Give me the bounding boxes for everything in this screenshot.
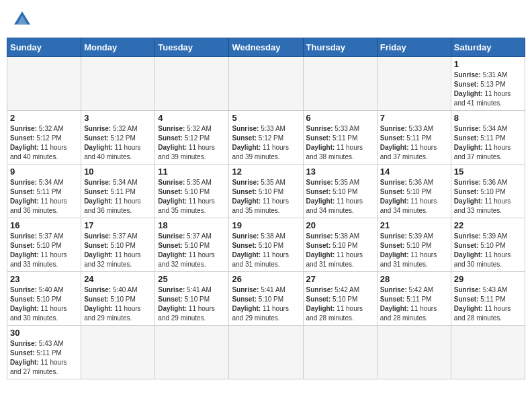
weekday-header-thursday: Thursday bbox=[303, 38, 377, 57]
day-info: Sunrise: 5:37 AMSunset: 5:10 PMDaylight:… bbox=[158, 232, 226, 269]
day-number: 10 bbox=[84, 167, 152, 177]
calendar-week-row: 9Sunrise: 5:34 AMSunset: 5:11 PMDaylight… bbox=[7, 165, 525, 218]
calendar-cell: 25Sunrise: 5:41 AMSunset: 5:10 PMDayligh… bbox=[155, 272, 229, 326]
day-number: 7 bbox=[380, 113, 448, 123]
day-info: Sunrise: 5:33 AMSunset: 5:12 PMDaylight:… bbox=[232, 124, 300, 162]
calendar-cell bbox=[377, 57, 451, 111]
day-number: 21 bbox=[380, 220, 448, 230]
day-info: Sunrise: 5:39 AMSunset: 5:10 PMDaylight:… bbox=[454, 232, 522, 269]
calendar-cell: 28Sunrise: 5:42 AMSunset: 5:11 PMDayligh… bbox=[377, 272, 451, 326]
day-number: 23 bbox=[10, 274, 78, 284]
calendar-cell bbox=[81, 57, 155, 111]
day-info: Sunrise: 5:37 AMSunset: 5:10 PMDaylight:… bbox=[84, 232, 152, 269]
calendar-header-row: SundayMondayTuesdayWednesdayThursdayFrid… bbox=[7, 38, 525, 57]
calendar-cell: 29Sunrise: 5:43 AMSunset: 5:11 PMDayligh… bbox=[451, 272, 525, 326]
day-info: Sunrise: 5:41 AMSunset: 5:10 PMDaylight:… bbox=[232, 285, 300, 323]
calendar-cell: 3Sunrise: 5:32 AMSunset: 5:12 PMDaylight… bbox=[81, 111, 155, 165]
weekday-header-monday: Monday bbox=[81, 38, 155, 57]
day-info: Sunrise: 5:36 AMSunset: 5:10 PMDaylight:… bbox=[454, 178, 522, 216]
weekday-header-tuesday: Tuesday bbox=[155, 38, 229, 57]
day-number: 2 bbox=[10, 113, 78, 123]
calendar-cell: 19Sunrise: 5:38 AMSunset: 5:10 PMDayligh… bbox=[229, 218, 303, 272]
calendar-cell: 8Sunrise: 5:34 AMSunset: 5:11 PMDaylight… bbox=[451, 111, 525, 165]
calendar-cell: 24Sunrise: 5:40 AMSunset: 5:10 PMDayligh… bbox=[81, 272, 155, 326]
calendar-week-row: 23Sunrise: 5:40 AMSunset: 5:10 PMDayligh… bbox=[7, 272, 525, 326]
day-number: 16 bbox=[10, 220, 78, 230]
calendar-cell: 7Sunrise: 5:33 AMSunset: 5:11 PMDaylight… bbox=[377, 111, 451, 165]
weekday-header-sunday: Sunday bbox=[7, 38, 81, 57]
day-info: Sunrise: 5:37 AMSunset: 5:10 PMDaylight:… bbox=[10, 232, 78, 269]
day-info: Sunrise: 5:43 AMSunset: 5:11 PMDaylight:… bbox=[10, 339, 78, 377]
day-info: Sunrise: 5:42 AMSunset: 5:10 PMDaylight:… bbox=[306, 285, 374, 323]
day-number: 26 bbox=[232, 274, 300, 284]
day-info: Sunrise: 5:36 AMSunset: 5:10 PMDaylight:… bbox=[380, 178, 448, 216]
day-number: 22 bbox=[454, 220, 522, 230]
calendar-cell: 20Sunrise: 5:38 AMSunset: 5:10 PMDayligh… bbox=[303, 218, 377, 272]
calendar-cell: 17Sunrise: 5:37 AMSunset: 5:10 PMDayligh… bbox=[81, 218, 155, 272]
calendar-cell: 6Sunrise: 5:33 AMSunset: 5:11 PMDaylight… bbox=[303, 111, 377, 165]
calendar-cell: 16Sunrise: 5:37 AMSunset: 5:10 PMDayligh… bbox=[7, 218, 81, 272]
calendar-cell: 10Sunrise: 5:34 AMSunset: 5:11 PMDayligh… bbox=[81, 165, 155, 218]
day-info: Sunrise: 5:40 AMSunset: 5:10 PMDaylight:… bbox=[84, 285, 152, 323]
calendar-cell: 21Sunrise: 5:39 AMSunset: 5:10 PMDayligh… bbox=[377, 218, 451, 272]
calendar-cell: 9Sunrise: 5:34 AMSunset: 5:11 PMDaylight… bbox=[7, 165, 81, 218]
day-info: Sunrise: 5:34 AMSunset: 5:11 PMDaylight:… bbox=[10, 178, 78, 216]
calendar-cell: 13Sunrise: 5:35 AMSunset: 5:10 PMDayligh… bbox=[303, 165, 377, 218]
calendar-cell bbox=[451, 326, 525, 379]
calendar-cell bbox=[7, 57, 81, 111]
calendar-cell bbox=[303, 57, 377, 111]
calendar-cell: 26Sunrise: 5:41 AMSunset: 5:10 PMDayligh… bbox=[229, 272, 303, 326]
day-number: 25 bbox=[158, 274, 226, 284]
day-number: 28 bbox=[380, 274, 448, 284]
calendar-cell: 12Sunrise: 5:35 AMSunset: 5:10 PMDayligh… bbox=[229, 165, 303, 218]
day-info: Sunrise: 5:31 AMSunset: 5:13 PMDaylight:… bbox=[454, 71, 522, 108]
page-header bbox=[7, 7, 525, 32]
calendar-cell: 23Sunrise: 5:40 AMSunset: 5:10 PMDayligh… bbox=[7, 272, 81, 326]
calendar-cell: 30Sunrise: 5:43 AMSunset: 5:11 PMDayligh… bbox=[7, 326, 81, 379]
day-info: Sunrise: 5:41 AMSunset: 5:10 PMDaylight:… bbox=[158, 285, 226, 323]
calendar-week-row: 2Sunrise: 5:32 AMSunset: 5:12 PMDaylight… bbox=[7, 111, 525, 165]
day-number: 15 bbox=[454, 167, 522, 177]
day-number: 8 bbox=[454, 113, 522, 123]
day-info: Sunrise: 5:34 AMSunset: 5:11 PMDaylight:… bbox=[454, 124, 522, 162]
day-info: Sunrise: 5:42 AMSunset: 5:11 PMDaylight:… bbox=[380, 285, 448, 323]
day-number: 11 bbox=[158, 167, 226, 177]
logo bbox=[12, 9, 35, 30]
calendar-cell: 22Sunrise: 5:39 AMSunset: 5:10 PMDayligh… bbox=[451, 218, 525, 272]
logo-icon bbox=[12, 9, 32, 30]
day-info: Sunrise: 5:38 AMSunset: 5:10 PMDaylight:… bbox=[306, 232, 374, 269]
day-number: 13 bbox=[306, 167, 374, 177]
day-number: 30 bbox=[10, 328, 78, 338]
day-number: 18 bbox=[158, 220, 226, 230]
day-info: Sunrise: 5:32 AMSunset: 5:12 PMDaylight:… bbox=[158, 124, 226, 162]
day-info: Sunrise: 5:35 AMSunset: 5:10 PMDaylight:… bbox=[158, 178, 226, 216]
calendar-cell: 27Sunrise: 5:42 AMSunset: 5:10 PMDayligh… bbox=[303, 272, 377, 326]
day-number: 20 bbox=[306, 220, 374, 230]
calendar-cell bbox=[377, 326, 451, 379]
day-info: Sunrise: 5:32 AMSunset: 5:12 PMDaylight:… bbox=[10, 124, 78, 162]
day-number: 6 bbox=[306, 113, 374, 123]
day-info: Sunrise: 5:32 AMSunset: 5:12 PMDaylight:… bbox=[84, 124, 152, 162]
day-number: 4 bbox=[158, 113, 226, 123]
calendar-week-row: 16Sunrise: 5:37 AMSunset: 5:10 PMDayligh… bbox=[7, 218, 525, 272]
day-info: Sunrise: 5:39 AMSunset: 5:10 PMDaylight:… bbox=[380, 232, 448, 269]
calendar-cell bbox=[303, 326, 377, 379]
day-info: Sunrise: 5:35 AMSunset: 5:10 PMDaylight:… bbox=[232, 178, 300, 216]
day-info: Sunrise: 5:33 AMSunset: 5:11 PMDaylight:… bbox=[306, 124, 374, 162]
day-info: Sunrise: 5:33 AMSunset: 5:11 PMDaylight:… bbox=[380, 124, 448, 162]
day-number: 5 bbox=[232, 113, 300, 123]
day-number: 1 bbox=[454, 59, 522, 69]
day-number: 27 bbox=[306, 274, 374, 284]
calendar-week-row: 1Sunrise: 5:31 AMSunset: 5:13 PMDaylight… bbox=[7, 57, 525, 111]
calendar-cell bbox=[155, 57, 229, 111]
day-info: Sunrise: 5:38 AMSunset: 5:10 PMDaylight:… bbox=[232, 232, 300, 269]
day-number: 14 bbox=[380, 167, 448, 177]
calendar-cell bbox=[81, 326, 155, 379]
calendar-table: SundayMondayTuesdayWednesdayThursdayFrid… bbox=[7, 38, 525, 379]
day-number: 19 bbox=[232, 220, 300, 230]
calendar-cell: 1Sunrise: 5:31 AMSunset: 5:13 PMDaylight… bbox=[451, 57, 525, 111]
day-number: 17 bbox=[84, 220, 152, 230]
calendar-cell: 14Sunrise: 5:36 AMSunset: 5:10 PMDayligh… bbox=[377, 165, 451, 218]
day-number: 3 bbox=[84, 113, 152, 123]
day-info: Sunrise: 5:34 AMSunset: 5:11 PMDaylight:… bbox=[84, 178, 152, 216]
